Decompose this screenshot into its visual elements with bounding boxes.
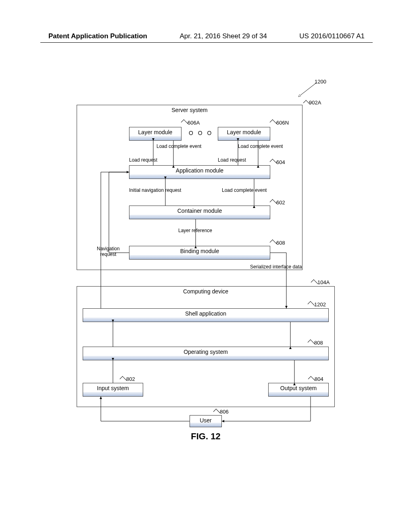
- layer-module-n-label: Layer module: [218, 127, 270, 135]
- layer-module-n: Layer module: [218, 127, 270, 141]
- ref-606N: 606N: [276, 120, 289, 126]
- ref-902A: 902A: [309, 100, 321, 106]
- binding-module-label: Binding module: [129, 246, 270, 254]
- shell-application-label: Shell application: [83, 309, 328, 317]
- computing-device-label: Computing device: [77, 287, 334, 295]
- header-right: US 2016/0110667 A1: [299, 32, 365, 40]
- ref-808: 808: [314, 340, 323, 346]
- user-label: User: [190, 416, 221, 424]
- ref-602: 602: [276, 200, 285, 206]
- label-layer-reference: Layer reference: [178, 228, 212, 233]
- label-initial-nav: Initial navigation request: [129, 187, 181, 193]
- figure-caption: FIG. 12: [77, 431, 335, 442]
- container-module-label: Container module: [129, 206, 270, 214]
- application-module: Application module: [129, 165, 270, 179]
- header-left: Patent Application Publication: [48, 32, 147, 40]
- label-load-complete-1: Load complete event: [156, 143, 201, 149]
- header-mid: Apr. 21, 2016 Sheet 29 of 34: [179, 32, 267, 40]
- output-system-label: Output system: [269, 383, 328, 391]
- container-module: Container module: [129, 206, 270, 219]
- module-ellipsis: O O O: [189, 130, 213, 136]
- ref-802: 802: [126, 376, 135, 382]
- label-load-complete-2: Load complete event: [238, 143, 283, 149]
- binding-module: Binding module: [129, 246, 270, 260]
- svg-line-0: [298, 83, 317, 97]
- figure-diagram: 1200 Server system 902A Layer module: [77, 81, 335, 435]
- operating-system: Operating system: [83, 347, 329, 360]
- input-system-label: Input system: [83, 383, 143, 391]
- ref-804: 804: [315, 376, 323, 382]
- output-system: Output system: [268, 383, 329, 397]
- ref-1202: 1202: [314, 301, 326, 308]
- application-module-label: Application module: [129, 166, 270, 174]
- header-rule: [40, 42, 373, 43]
- input-system: Input system: [83, 383, 143, 397]
- ref-1200: 1200: [315, 79, 326, 85]
- ref-806: 806: [220, 409, 229, 415]
- layer-module-a-label: Layer module: [129, 127, 181, 135]
- label-load-complete-3: Load complete event: [222, 187, 267, 193]
- ref-606A: 606A: [188, 120, 200, 126]
- user-box: User: [190, 415, 222, 427]
- label-serialized: Serialized interface data: [250, 264, 302, 270]
- operating-system-label: Operating system: [83, 347, 328, 355]
- server-system-label: Server system: [77, 105, 302, 113]
- label-load-request-2: Load request: [218, 157, 246, 163]
- ref-tick-104A: [311, 279, 318, 287]
- label-navigation-request: Navigation request: [97, 246, 120, 257]
- ref-604: 604: [276, 159, 285, 165]
- ref-104A: 104A: [317, 279, 330, 285]
- shell-application: Shell application: [83, 308, 329, 322]
- label-load-request-1: Load request: [129, 157, 157, 163]
- layer-module-a: Layer module: [129, 127, 181, 141]
- ref-608: 608: [276, 240, 285, 246]
